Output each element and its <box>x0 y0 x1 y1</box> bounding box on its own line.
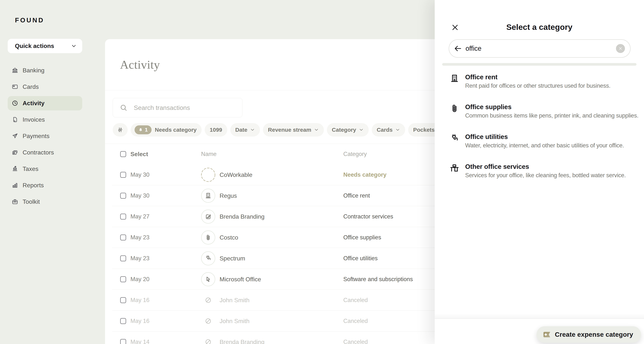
select-header: Select <box>130 151 148 158</box>
chip-label: Revenue stream <box>268 127 311 133</box>
arrow-left-icon[interactable] <box>454 44 462 53</box>
chip-needs-category[interactable]: 1 Needs category <box>131 123 202 137</box>
row-checkbox[interactable] <box>120 234 126 240</box>
sidebar-item-payments[interactable]: Payments <box>8 128 82 144</box>
row-name: Costco <box>220 234 238 241</box>
sidebar-item-invoices[interactable]: Invoices <box>8 111 82 128</box>
paperclip-icon <box>205 234 212 241</box>
row-name: John Smith <box>220 318 250 325</box>
sidebar-item-banking[interactable]: Banking <box>8 62 82 79</box>
close-icon <box>618 46 622 51</box>
create-expense-category-button[interactable]: Create expense category <box>536 326 641 343</box>
slash-circle-icon <box>201 335 215 344</box>
sidebar-item-cards[interactable]: Cards <box>8 79 82 95</box>
row-checkbox[interactable] <box>120 297 126 303</box>
row-name: Brenda Branding <box>220 339 264 344</box>
briefcase-icon <box>12 198 18 205</box>
row-date: May 23 <box>130 255 150 262</box>
sidebar-item-taxes[interactable]: Taxes <box>8 161 82 177</box>
row-checkbox[interactable] <box>120 172 126 178</box>
merchant-avatar <box>201 272 215 286</box>
bar-chart-icon <box>12 182 18 188</box>
category-title: Other office services <box>465 162 529 171</box>
card-icon <box>12 84 18 90</box>
paper-plane-icon <box>12 133 18 139</box>
row-checkbox[interactable] <box>120 318 126 324</box>
chip-label: Date <box>235 127 248 133</box>
category-description: Services for your office, like cleaning … <box>465 171 626 180</box>
chip-1099[interactable]: 1099 <box>205 123 227 137</box>
category-option-other-office-services[interactable]: Other office services Services for your … <box>435 162 644 192</box>
plug-icon <box>205 255 212 262</box>
chip-cards[interactable]: Cards <box>372 123 405 137</box>
plug-icon <box>450 133 459 143</box>
row-category: Needs category <box>343 172 386 178</box>
filter-settings-button[interactable] <box>113 123 128 137</box>
chevron-down-icon <box>359 127 364 132</box>
category-description: Water, electricity, internet, and other … <box>465 141 624 150</box>
select-all-checkbox[interactable] <box>120 151 126 157</box>
chip-date[interactable]: Date <box>230 123 260 137</box>
clear-search-button[interactable] <box>616 44 625 53</box>
row-name: Microsoft Office <box>220 276 261 283</box>
row-name: Regus <box>220 192 237 199</box>
slash-circle-icon <box>201 314 215 328</box>
sidebar-item-label: Payments <box>22 133 50 140</box>
row-date: May 23 <box>130 234 150 241</box>
row-date: May 14 <box>130 339 150 344</box>
chip-label: Needs category <box>155 127 196 133</box>
search-placeholder: Search transactions <box>134 104 190 111</box>
merchant-avatar <box>201 189 215 203</box>
row-name: Brenda Branding <box>220 213 264 220</box>
row-date: May 30 <box>130 172 150 178</box>
row-checkbox[interactable] <box>120 339 126 344</box>
chip-revenue-stream[interactable]: Revenue stream <box>263 123 324 137</box>
merchant-avatar <box>201 251 215 265</box>
signature-icon <box>205 213 212 220</box>
sidebar-item-contractors[interactable]: Contractors <box>8 144 82 161</box>
category-search-input[interactable]: office <box>449 39 630 58</box>
search-icon <box>120 104 128 112</box>
sidebar-item-activity[interactable]: Activity <box>8 96 82 110</box>
panel-divider <box>442 63 636 66</box>
sidebar-item-label: Activity <box>22 100 44 107</box>
select-category-panel: Select a category office Office rent Ren… <box>435 0 644 344</box>
search-transactions-input[interactable]: Search transactions <box>113 98 242 117</box>
category-option-office-supplies[interactable]: Office supplies Common business items li… <box>435 102 644 132</box>
row-name: Spectrum <box>220 255 245 262</box>
row-checkbox[interactable] <box>120 193 126 199</box>
chevron-down-icon <box>395 127 400 132</box>
row-date: May 16 <box>130 297 150 304</box>
category-title: Office rent <box>465 73 498 81</box>
slash-circle-icon <box>201 293 215 307</box>
row-checkbox[interactable] <box>120 255 126 261</box>
category-search-value: office <box>466 45 616 52</box>
row-category: Canceled <box>343 318 368 325</box>
category-header: Category <box>343 151 367 158</box>
chevron-down-icon <box>71 43 76 49</box>
row-checkbox[interactable] <box>120 276 126 282</box>
name-header: Name <box>201 151 216 158</box>
row-checkbox[interactable] <box>120 214 126 220</box>
panel-title: Select a category <box>435 22 644 32</box>
category-description: Rent paid for offices or other structure… <box>465 81 610 90</box>
chip-label: Category <box>332 127 356 133</box>
chip-category[interactable]: Category <box>327 123 369 137</box>
quick-actions-button[interactable]: Quick actions <box>8 39 82 53</box>
sidebar-item-label: Cards <box>22 83 39 90</box>
merchant-avatar <box>201 209 215 224</box>
sidebar-item-label: Reports <box>22 182 44 189</box>
category-description: Common business items like pens, printer… <box>465 111 638 120</box>
row-category: Software and subscriptions <box>343 276 413 283</box>
sidebar-item-toolkit[interactable]: Toolkit <box>8 193 82 210</box>
row-category: Office supplies <box>343 234 381 241</box>
row-date: May 27 <box>130 213 150 220</box>
sidebar-item-reports[interactable]: Reports <box>8 177 82 193</box>
clock-icon <box>12 100 18 106</box>
category-title: Office utilities <box>465 132 508 141</box>
taxes-icon <box>12 166 18 172</box>
category-results-list: Office rent Rent paid for offices or oth… <box>435 73 644 192</box>
sidebar-item-label: Toolkit <box>22 198 40 205</box>
category-option-office-utilities[interactable]: Office utilities Water, electricity, int… <box>435 132 644 162</box>
category-option-office-rent[interactable]: Office rent Rent paid for offices or oth… <box>435 73 644 102</box>
